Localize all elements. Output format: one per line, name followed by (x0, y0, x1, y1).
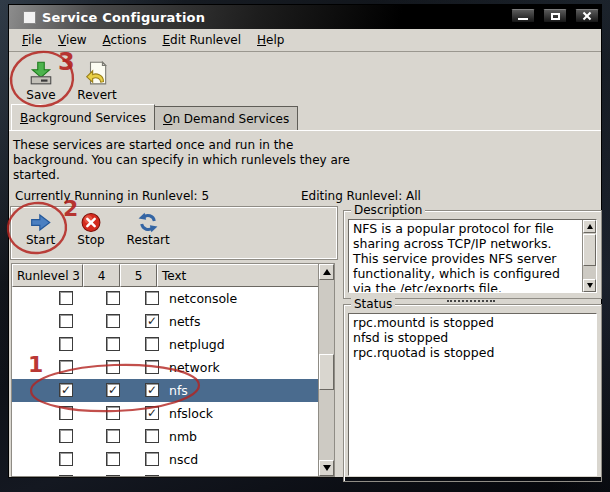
service-name: netplugd (169, 337, 225, 352)
table-row[interactable]: network (12, 356, 319, 379)
stop-icon (80, 212, 102, 233)
runlevel5-checkbox[interactable] (145, 291, 159, 305)
title-bar[interactable]: Service Configuration (9, 5, 601, 29)
runlevel5-checkbox[interactable] (145, 475, 159, 476)
runlevel5-checkbox[interactable] (145, 337, 159, 351)
runlevel4-checkbox[interactable] (106, 314, 120, 328)
runlevel5-checkbox[interactable] (145, 429, 159, 443)
stop-label: Stop (77, 233, 104, 247)
table-header: Runlevel 3 4 5 Text (12, 264, 319, 287)
stop-button[interactable]: Stop (77, 212, 104, 247)
description-groupbox: Description NFS is a popular protocol fo… (343, 210, 602, 299)
table-row[interactable] (12, 471, 319, 476)
service-name: network (169, 360, 220, 375)
description-scrollbar[interactable] (582, 220, 596, 292)
start-label: Start (26, 233, 55, 247)
runlevel3-checkbox[interactable] (59, 383, 73, 397)
save-label: Save (26, 88, 55, 102)
arrow-up-icon (323, 269, 331, 275)
runlevel5-checkbox[interactable] (145, 360, 159, 374)
close-icon (582, 11, 592, 21)
runlevel4-checkbox[interactable] (106, 291, 120, 305)
revert-icon (84, 60, 110, 86)
runlevel3-checkbox[interactable] (59, 452, 73, 466)
column-header-runlevel5[interactable]: 5 (120, 264, 157, 287)
column-header-runlevel4[interactable]: 4 (83, 264, 120, 287)
tab-background-services[interactable]: Background Services (11, 104, 155, 130)
service-table-body: netconsole netfs netplugd network nfs nf (12, 287, 319, 476)
description-legend: Description (351, 203, 425, 217)
runlevel4-checkbox[interactable] (106, 360, 120, 374)
editing-runlevel-label: Editing Runlevel: All (301, 189, 421, 203)
tab-on-demand-services[interactable]: On Demand Services (154, 106, 298, 130)
scrollbar-thumb[interactable] (583, 234, 596, 266)
runlevel5-checkbox[interactable] (145, 406, 159, 420)
menu-actions[interactable]: Actions (97, 31, 153, 49)
tab-strip: Background Services On Demand Services (9, 104, 601, 130)
service-name: nfs (169, 383, 188, 398)
start-button[interactable]: Start (26, 212, 55, 247)
table-row[interactable]: nfs (12, 379, 319, 402)
restart-button[interactable]: Restart (127, 212, 170, 247)
column-header-text[interactable]: Text (157, 264, 319, 287)
runlevel4-checkbox[interactable] (106, 337, 120, 351)
description-textarea[interactable]: NFS is a popular protocol for file shari… (348, 219, 597, 293)
table-row[interactable]: netconsole (12, 287, 319, 310)
runlevel3-checkbox[interactable] (59, 429, 73, 443)
table-row[interactable]: nscd (12, 448, 319, 471)
status-textarea[interactable]: rpc.mountd is stoppednfsd is stoppedrpc.… (348, 313, 597, 476)
revert-button[interactable]: Revert (77, 60, 117, 102)
menu-help[interactable]: Help (251, 31, 290, 49)
runlevel3-checkbox[interactable] (59, 314, 73, 328)
arrow-down-icon (323, 465, 331, 471)
column-header-runlevel3[interactable]: Runlevel 3 (12, 264, 83, 287)
scroll-up-button[interactable] (319, 264, 334, 280)
runlevel3-checkbox[interactable] (59, 406, 73, 420)
arrow-down-icon (587, 283, 593, 288)
runlevel4-checkbox[interactable] (106, 452, 120, 466)
runlevel4-checkbox[interactable] (106, 383, 120, 397)
runlevel3-checkbox[interactable] (59, 475, 73, 476)
service-name: nfslock (169, 406, 213, 421)
window-icon (23, 11, 36, 24)
runlevel3-checkbox[interactable] (59, 291, 73, 305)
restart-label: Restart (127, 233, 170, 247)
menu-edit-runlevel[interactable]: Edit Runlevel (156, 31, 247, 49)
window-title: Service Configuration (42, 10, 205, 25)
table-row[interactable]: netfs (12, 310, 319, 333)
runlevel3-checkbox[interactable] (59, 360, 73, 374)
restart-icon (137, 212, 159, 233)
maximize-button[interactable] (543, 9, 567, 23)
runlevel5-checkbox[interactable] (145, 383, 159, 397)
menu-bar: File View Actions Edit Runlevel Help (9, 29, 601, 52)
runlevel5-checkbox[interactable] (145, 452, 159, 466)
scrollbar-thumb[interactable] (319, 354, 334, 390)
menu-file[interactable]: File (16, 31, 48, 49)
service-configuration-window: Service Configuration File View Actions … (8, 4, 602, 478)
service-table: Runlevel 3 4 5 Text netconsole netfs net… (11, 263, 335, 477)
close-button[interactable] (575, 9, 599, 23)
scroll-down-button[interactable] (583, 279, 596, 292)
scroll-up-button[interactable] (583, 220, 596, 233)
runlevel4-checkbox[interactable] (106, 406, 120, 420)
status-line: rpc.mountd is stopped (349, 315, 596, 330)
minimize-button[interactable] (511, 9, 535, 23)
runlevel4-checkbox[interactable] (106, 475, 120, 476)
intro-text: These services are started once and run … (13, 138, 350, 183)
scroll-down-button[interactable] (319, 460, 334, 476)
table-row[interactable]: netplugd (12, 333, 319, 356)
runlevel4-checkbox[interactable] (106, 429, 120, 443)
description-text: NFS is a popular protocol for file shari… (353, 221, 579, 293)
save-button[interactable]: Save (21, 60, 61, 102)
service-action-toolbar: Start Stop (11, 207, 337, 259)
table-row[interactable]: nfslock (12, 402, 319, 425)
service-name: nscd (169, 452, 198, 467)
status-line: rpc.rquotad is stopped (349, 345, 596, 360)
runlevel5-checkbox[interactable] (145, 314, 159, 328)
table-row[interactable]: nmb (12, 425, 319, 448)
status-legend: Status (351, 297, 395, 311)
table-scrollbar[interactable] (318, 264, 334, 476)
runlevel3-checkbox[interactable] (59, 337, 73, 351)
main-toolbar: Save Revert (9, 53, 601, 104)
menu-view[interactable]: View (52, 31, 92, 49)
